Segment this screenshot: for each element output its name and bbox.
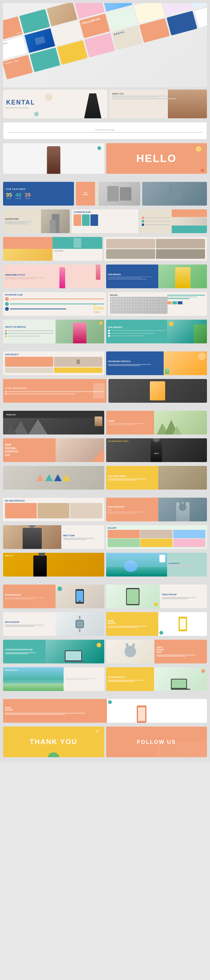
- color-mosaic-slide: COLOR SLIDE: [3, 237, 102, 261]
- page-wrapper: KENTAL KENTAL FOLL: [0, 0, 210, 762]
- mission-line: [108, 277, 152, 278]
- slide-row-laptop: LAPTOP DEVICE MOCKUP SLIDE: [3, 640, 207, 663]
- tablet-side-label: TABLETMOCKUPSLIDE: [156, 647, 205, 653]
- about-line: [112, 96, 167, 96]
- big-portfolio-label: BIG ONE PORTFOLIO: [5, 500, 102, 502]
- macbook-slide: MACBOOK MOCKUP: [106, 667, 207, 691]
- big-portfolio-slide: BIG ONE PORTFOLIO: [3, 498, 104, 521]
- our-project-label: OUR PROJECT: [5, 353, 102, 356]
- yellow-phone-label: PHONEMOCKUP: [108, 620, 157, 625]
- mission-label: OUR MISSION: [108, 273, 157, 276]
- about-slide: About You: [109, 90, 207, 118]
- features-label: OUR FEATURES: [6, 188, 71, 190]
- features-slide: OUR FEATURES 95 MUSIC 40 LESSONS 39 SONG…: [3, 182, 74, 206]
- laptop-side-slide: TABLETMOCKUPSLIDE: [106, 640, 207, 663]
- slide-row-big-portfolio: BIG ONE PORTFOLIO MOST FANTASTIC SLIDE: [3, 498, 207, 521]
- mission-slide: OUR MISSION: [106, 265, 207, 288]
- beach-slide: WATCH MOCKUP: [3, 667, 104, 691]
- slides-section: KENTAL Minimalist Presentation Template …: [3, 90, 207, 759]
- arch-label: Architecture: [5, 218, 39, 220]
- yellow-phone-slide: PHONEMOCKUP: [106, 612, 207, 636]
- first-order-label: OUR FIRST ORDER: [108, 475, 157, 477]
- teal-slide-label: SLIDE: [108, 509, 157, 511]
- slide-row-project: OUR PROJECT OUR AMAZING PORTFOLIO: [3, 351, 207, 375]
- team-label: MEET TEAM: [63, 534, 102, 537]
- person-slide: JUST IT YOU AND ME BEST CHOICE: [106, 438, 207, 462]
- macbook-label: MACBOOK MOCKUP: [108, 676, 152, 679]
- hello-text: HELLO: [136, 152, 177, 165]
- slide-row-social: SHESOCIALPORTFO-LIO JUST IT YOU AND ME B…: [3, 438, 207, 462]
- slide-row-awesome: AWESOME STYLE OUR MISSION: [3, 265, 207, 288]
- slide-row-watch: WATCH MOCKUP: [3, 612, 207, 636]
- welcome-slide: Welcome Message: [3, 122, 207, 139]
- tablet-mockup-slide: TABLET MOCKUP: [106, 585, 207, 608]
- photo-2: [156, 239, 205, 248]
- orange-person-slide: EARLY CITY: [3, 553, 104, 577]
- stat-label-2: LESSONS: [15, 198, 22, 199]
- cat-slide: [142, 182, 207, 206]
- stat-1: 95: [6, 192, 12, 198]
- circle-teal: [97, 146, 101, 150]
- early-city-label: EARLY CITY: [5, 555, 14, 557]
- thank-you-slide: ThANK You: [3, 727, 104, 757]
- team-slide: MEET TEAM: [3, 525, 104, 549]
- mosaic-cell-1: [3, 237, 52, 249]
- photo-4: [156, 249, 205, 259]
- section-gap-4: [3, 493, 207, 496]
- awesome-label: AWESOME STYLE: [5, 274, 54, 276]
- pricing-bar-2: [167, 297, 198, 297]
- slide-row-team-gallery: MEET TEAM GALLERY: [3, 525, 207, 549]
- laptop-mockup-slide: LAPTOP DEVICE MOCKUP SLIDE: [3, 640, 104, 663]
- phone-mockup-label: PHONE MOCKUP: [5, 594, 54, 596]
- infographic-label: INFOGRAPHIC SLIDE: [5, 294, 104, 296]
- slide-row-dark: PROMOTION PROMO: [3, 411, 207, 434]
- legs-slide: [3, 143, 104, 174]
- slide-row-thankyou: ThANK You FOLLOW US: [3, 727, 207, 757]
- hello-slide: HELLO: [106, 143, 207, 174]
- slide-row-features: OUR FEATURES 95 MUSIC 40 LESSONS 39 SONG…: [3, 182, 207, 206]
- collage-grid: KENTAL KENTAL FOLL: [3, 3, 207, 80]
- triangles-slide: [3, 466, 104, 490]
- section-gap-6: [3, 695, 207, 697]
- teal-label: MOST FANTASTIC: [108, 506, 157, 508]
- laptop-label: LAPTOP DEVICE MOCKUP SLIDE: [5, 649, 44, 651]
- slide-row-phone-color: PHONEMOCKUP: [3, 699, 207, 723]
- teal-portfolio-slide: MOST FANTASTIC SLIDE: [106, 498, 207, 521]
- arch-line: [5, 221, 33, 222]
- phone-color-label: PHONEMOCKUP: [5, 707, 105, 712]
- stat-label-3: SONGS: [25, 198, 31, 199]
- section-gap-2: [3, 347, 207, 350]
- you-and-me-label: YOU AND ME BEST CHOICE: [108, 440, 129, 442]
- watch-mockup-slide: WATCH MOCKUP: [3, 612, 104, 636]
- infographic-slide: INFOGRAPHIC SLIDE 8+$369k71%: [3, 292, 106, 316]
- slide-row-triangles: OUR FIRST ORDER: [3, 466, 207, 490]
- services-peach-label: OUR SERVICES: [5, 387, 104, 389]
- arch-line-2: [5, 222, 26, 223]
- phone-mockup-slide: PHONE MOCKUP: [3, 585, 104, 608]
- our-service-slide: OUR SERVICE: [106, 320, 207, 343]
- water-scene-slide: AS FANTASTIC: [106, 553, 207, 577]
- slide-row-arch: Architecture ALTERNATIVE SLIDE: [3, 209, 207, 233]
- mountains-slide: PROMO: [106, 411, 207, 434]
- awesome-line: [5, 278, 44, 278]
- gallery-slide: GALLERY: [106, 525, 207, 549]
- slide-row-infographic: INFOGRAPHIC SLIDE 8+$369k71%: [3, 292, 207, 316]
- welcome-text: Welcome Message: [7, 129, 203, 131]
- mission-line-3: [108, 279, 147, 280]
- stat-2: 40: [15, 192, 22, 198]
- our-service-label: OUR SERVICE: [108, 326, 165, 328]
- watch-2-label: WATCH MOCKUP: [5, 669, 18, 671]
- she-text: SHESOCIALPORTFO-LIO: [5, 443, 54, 457]
- mosaic-photo-slide: [104, 237, 207, 261]
- gallery-label: GALLERY: [108, 527, 206, 529]
- slide-row-service: ABOUT US SERVICE: [3, 320, 207, 343]
- about-label: About You: [112, 93, 204, 95]
- photo-3: [106, 249, 155, 259]
- kental-title: KENTAL: [6, 99, 35, 106]
- slide-row-color: COLOR SLIDE: [3, 237, 207, 261]
- slide-row-welcome: Welcome Message: [3, 122, 207, 139]
- mosaic-cell-3: [3, 249, 52, 261]
- phone-color-slide: PHONEMOCKUP: [3, 699, 207, 723]
- amazing-portfolio-label: OUR AMAZING PORTFOLIO: [108, 361, 162, 363]
- color-slide-label: COLOR SLIDE: [52, 249, 102, 253]
